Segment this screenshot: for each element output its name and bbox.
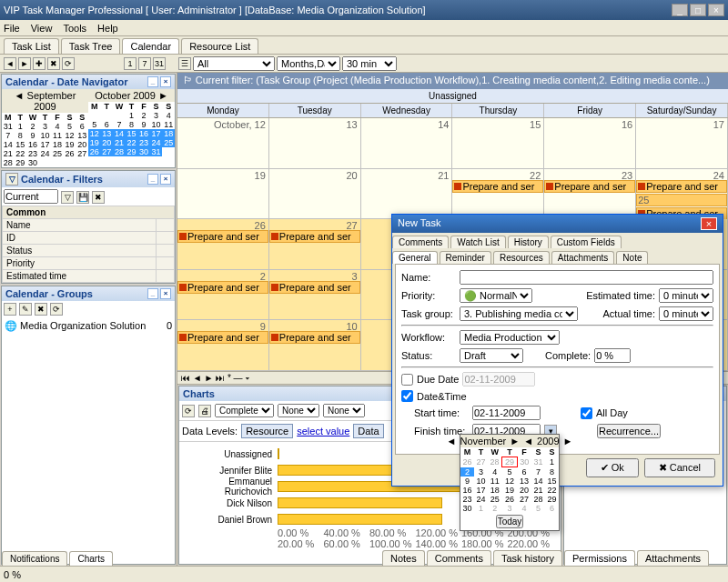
tab-notes[interactable]: Notes [382, 550, 425, 566]
menu-tools[interactable]: Tools [63, 23, 86, 34]
est-label: Estimated time: [586, 290, 655, 301]
dp-year[interactable]: 2009 [537, 436, 559, 447]
view-month-icon[interactable]: 31 [153, 57, 166, 70]
menu-help[interactable]: Help [97, 23, 118, 34]
dlg-tab-reminder[interactable]: Reminder [440, 251, 491, 264]
tab-permissions[interactable]: Permissions [564, 550, 635, 566]
dp-next-year-icon[interactable]: ► [563, 436, 573, 447]
level-resource[interactable]: Resource [241, 424, 293, 438]
group-del-icon[interactable]: ✖ [35, 303, 47, 316]
maximize-button[interactable]: □ [690, 4, 706, 16]
tab-attachments[interactable]: Attachments [637, 550, 709, 566]
dp-grid[interactable]: MTWTFSS 2627282930311 2345678 9101112131… [460, 447, 559, 513]
group-tree-root[interactable]: 🌐 Media Organization Solution 0 [2, 317, 175, 335]
filter-group-icon[interactable]: ☰ [178, 57, 191, 70]
recurrence-button[interactable]: Recurrence... [597, 424, 661, 438]
est-time-select[interactable]: 0 minutes [659, 288, 713, 303]
level-data[interactable]: Data [353, 424, 383, 438]
dlg-tab-note[interactable]: Note [616, 251, 648, 264]
menu-view[interactable]: View [31, 23, 53, 34]
cancel-button[interactable]: ✖ Cancel [644, 458, 715, 477]
new-task-icon[interactable]: ✚ [33, 57, 46, 70]
filter-apply-icon[interactable]: ▽ [61, 191, 74, 204]
dp-next-month-icon[interactable]: ► [510, 436, 520, 447]
name-input[interactable] [460, 270, 713, 285]
mini-calendar-oct[interactable]: October 2009 ► MTWTFSS 1234 567891011 12… [88, 89, 175, 167]
complete-input[interactable] [594, 348, 631, 363]
panel-min-icon[interactable]: _ [147, 76, 158, 87]
view-day-icon[interactable]: 1 [124, 57, 136, 70]
tab-resource-list[interactable]: Resource List [181, 38, 258, 54]
ok-button[interactable]: ✔ Ok [586, 458, 639, 477]
group-refresh-icon[interactable]: ⟳ [50, 303, 63, 316]
statusbar: 0 % [0, 566, 728, 582]
tab-calendar[interactable]: Calendar [122, 38, 179, 54]
period-select[interactable]: Months,Days [277, 56, 340, 71]
dp-prev-month-icon[interactable]: ◄ [447, 436, 457, 447]
priority-select[interactable]: 🟢 NormalNormal [460, 288, 532, 303]
dialog-close-button[interactable]: × [701, 217, 717, 230]
panel-close-icon[interactable]: × [160, 288, 171, 299]
chart-none1-select[interactable]: None [278, 404, 319, 417]
group-add-icon[interactable]: + [4, 303, 16, 316]
taskgroup-select[interactable]: 3. Publishing media content [460, 306, 578, 321]
level-select-value[interactable]: select value [297, 426, 349, 436]
chart-refresh-icon[interactable]: ⟳ [182, 405, 195, 417]
filter-clear-icon[interactable]: ✖ [92, 191, 105, 204]
dp-today-button[interactable]: Today [496, 515, 524, 528]
dlg-tab-resources[interactable]: Resources [493, 251, 550, 264]
dp-month[interactable]: November [460, 436, 507, 447]
start-time-input[interactable] [472, 406, 541, 420]
filter-row-name[interactable]: Name [3, 219, 157, 232]
tab-notifications[interactable]: Notifications [2, 551, 67, 566]
tab-task-list[interactable]: Task List [4, 38, 59, 54]
dlg-tab-custom[interactable]: Custom Fields [551, 236, 622, 248]
dlg-tab-comments[interactable]: Comments [392, 236, 449, 248]
panel-close-icon[interactable]: × [160, 174, 171, 185]
allday-checkbox[interactable] [581, 407, 592, 419]
nav-back-icon[interactable]: ◄ [4, 57, 16, 70]
duedate-label: Due Date [417, 374, 459, 385]
datetime-checkbox[interactable] [401, 390, 413, 402]
chart-print-icon[interactable]: 🖨 [198, 405, 211, 417]
panel-min-icon[interactable]: _ [147, 288, 158, 299]
workflow-select[interactable]: Media Production W [460, 330, 560, 345]
panel-min-icon[interactable]: _ [147, 174, 158, 185]
delete-icon[interactable]: ✖ [47, 57, 60, 70]
menu-file[interactable]: File [4, 23, 20, 34]
nav-fwd-icon[interactable]: ► [18, 57, 31, 70]
tab-task-history[interactable]: Task history [493, 550, 562, 566]
close-button[interactable]: × [708, 4, 724, 16]
current-filter-bar: 🏳 Current filter: (Task Group (Project (… [177, 73, 728, 89]
dlg-tab-watchlist[interactable]: Watch List [450, 236, 505, 248]
actual-time-select[interactable]: 0 minutes [659, 306, 713, 321]
status-select[interactable]: Draft [460, 348, 523, 363]
chart-none2-select[interactable]: None [323, 404, 365, 417]
filter-row-status[interactable]: Status [3, 245, 157, 257]
tab-charts[interactable]: Charts [69, 551, 112, 566]
minimize-button[interactable]: _ [672, 4, 688, 16]
dlg-tab-history[interactable]: History [508, 236, 549, 248]
filter-row-priority[interactable]: Priority [3, 257, 157, 270]
chart-complete-select[interactable]: Complete [215, 404, 274, 417]
filter-save-icon[interactable]: 💾 [76, 191, 89, 204]
filter-all-select[interactable]: All [193, 56, 275, 71]
dlg-tab-attachments[interactable]: Attachments [551, 251, 615, 264]
duedate-checkbox[interactable] [401, 374, 413, 386]
dp-prev-year-icon[interactable]: ◄ [523, 436, 533, 447]
tab-task-tree[interactable]: Task Tree [61, 38, 121, 54]
group-edit-icon[interactable]: ✎ [19, 303, 32, 316]
filters-grid: Common Name ID Status Priority Estimated… [2, 206, 175, 283]
tab-comments[interactable]: Comments [427, 550, 491, 566]
calendar-event[interactable]: Prepare and ser [452, 180, 543, 193]
view-week-icon[interactable]: 7 [138, 57, 151, 70]
panel-close-icon[interactable]: × [160, 76, 171, 87]
filter-current-input[interactable] [4, 189, 58, 204]
name-label: Name: [401, 272, 456, 283]
filter-row-est[interactable]: Estimated time [3, 270, 157, 283]
filter-row-id[interactable]: ID [3, 232, 157, 245]
interval-select[interactable]: 30 min [342, 56, 397, 71]
mini-calendar-sept[interactable]: ◄ September 2009 MTWTFSS 31123456 789101… [2, 89, 88, 167]
refresh-icon[interactable]: ⟳ [62, 57, 75, 70]
dlg-tab-general[interactable]: General [392, 251, 438, 264]
